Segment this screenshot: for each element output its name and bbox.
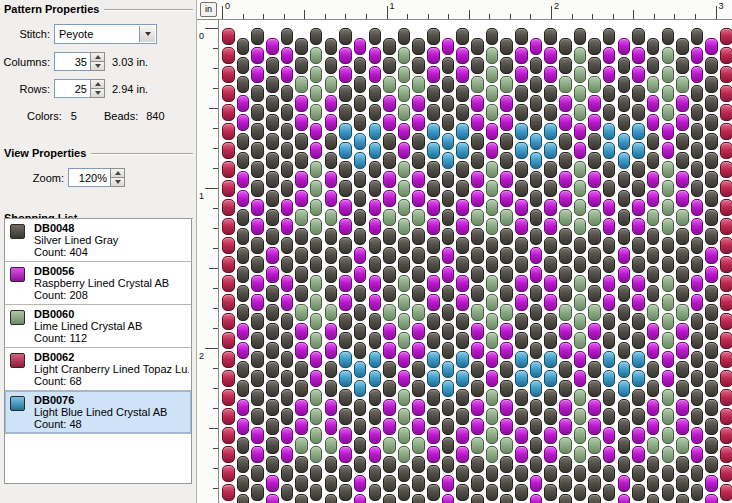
bead[interactable] <box>632 123 645 140</box>
bead[interactable] <box>559 342 572 359</box>
bead[interactable] <box>339 389 352 406</box>
bead[interactable] <box>603 313 616 330</box>
bead[interactable] <box>559 171 572 188</box>
bead[interactable] <box>339 161 352 178</box>
bead[interactable] <box>237 475 250 492</box>
bead[interactable] <box>486 275 499 292</box>
bead[interactable] <box>339 142 352 159</box>
bead[interactable] <box>544 104 557 121</box>
bead[interactable] <box>427 85 440 102</box>
bead[interactable] <box>574 123 587 140</box>
bead[interactable] <box>574 370 587 387</box>
bead[interactable] <box>456 484 469 501</box>
bead[interactable] <box>427 446 440 463</box>
bead[interactable] <box>647 152 660 169</box>
bead[interactable] <box>325 152 338 169</box>
bead[interactable] <box>412 323 425 340</box>
bead[interactable] <box>720 85 732 102</box>
bead[interactable] <box>237 361 250 378</box>
bead[interactable] <box>676 114 689 131</box>
bead[interactable] <box>427 275 440 292</box>
bead[interactable] <box>515 313 528 330</box>
bead[interactable] <box>427 161 440 178</box>
bead[interactable] <box>662 28 675 45</box>
bead[interactable] <box>705 228 718 245</box>
shopping-list-item[interactable]: DB0060Lime Lined Crystal ABCount: 112 <box>5 305 191 348</box>
bead[interactable] <box>251 351 264 368</box>
bead[interactable] <box>603 199 616 216</box>
bead[interactable] <box>574 66 587 83</box>
bead[interactable] <box>500 475 513 492</box>
bead[interactable] <box>574 446 587 463</box>
bead[interactable] <box>574 237 587 254</box>
bead[interactable] <box>705 399 718 416</box>
bead[interactable] <box>720 142 732 159</box>
bead[interactable] <box>310 180 323 197</box>
bead[interactable] <box>383 247 396 264</box>
bead[interactable] <box>471 342 484 359</box>
bead[interactable] <box>310 446 323 463</box>
bead[interactable] <box>676 247 689 264</box>
bead[interactable] <box>295 437 308 454</box>
bead[interactable] <box>544 256 557 273</box>
bead[interactable] <box>559 95 572 112</box>
bead[interactable] <box>398 47 411 64</box>
bead[interactable] <box>266 209 279 226</box>
bead[interactable] <box>662 427 675 444</box>
bead[interactable] <box>251 313 264 330</box>
bead[interactable] <box>662 218 675 235</box>
bead[interactable] <box>662 332 675 349</box>
bead[interactable] <box>339 408 352 425</box>
bead[interactable] <box>603 275 616 292</box>
bead[interactable] <box>222 427 235 444</box>
bead[interactable] <box>456 294 469 311</box>
bead[interactable] <box>720 351 732 368</box>
bead[interactable] <box>647 209 660 226</box>
bead[interactable] <box>251 199 264 216</box>
bead[interactable] <box>588 266 601 283</box>
bead[interactable] <box>559 475 572 492</box>
bead[interactable] <box>369 465 382 482</box>
bead[interactable] <box>691 85 704 102</box>
bead[interactable] <box>456 427 469 444</box>
bead[interactable] <box>354 304 367 321</box>
bead[interactable] <box>222 294 235 311</box>
bead[interactable] <box>676 399 689 416</box>
bead[interactable] <box>222 408 235 425</box>
bead[interactable] <box>222 256 235 273</box>
bead[interactable] <box>325 304 338 321</box>
bead[interactable] <box>720 332 732 349</box>
bead[interactable] <box>559 114 572 131</box>
bead[interactable] <box>544 332 557 349</box>
bead[interactable] <box>237 323 250 340</box>
bead[interactable] <box>500 323 513 340</box>
bead[interactable] <box>647 190 660 207</box>
bead[interactable] <box>632 465 645 482</box>
bead[interactable] <box>281 85 294 102</box>
bead[interactable] <box>588 76 601 93</box>
bead[interactable] <box>647 342 660 359</box>
bead[interactable] <box>544 47 557 64</box>
bead[interactable] <box>398 104 411 121</box>
bead[interactable] <box>456 370 469 387</box>
bead[interactable] <box>705 247 718 264</box>
bead[interactable] <box>281 370 294 387</box>
bead[interactable] <box>691 28 704 45</box>
bead[interactable] <box>559 152 572 169</box>
bead[interactable] <box>251 104 264 121</box>
bead[interactable] <box>647 171 660 188</box>
bead[interactable] <box>500 418 513 435</box>
bead[interactable] <box>442 266 455 283</box>
bead[interactable] <box>618 114 631 131</box>
bead[interactable] <box>603 218 616 235</box>
bead[interactable] <box>632 389 645 406</box>
bead[interactable] <box>500 209 513 226</box>
bead[interactable] <box>325 418 338 435</box>
bead[interactable] <box>559 228 572 245</box>
bead[interactable] <box>354 399 367 416</box>
bead[interactable] <box>427 294 440 311</box>
bead[interactable] <box>603 351 616 368</box>
bead[interactable] <box>588 133 601 150</box>
bead[interactable] <box>222 142 235 159</box>
bead[interactable] <box>705 171 718 188</box>
